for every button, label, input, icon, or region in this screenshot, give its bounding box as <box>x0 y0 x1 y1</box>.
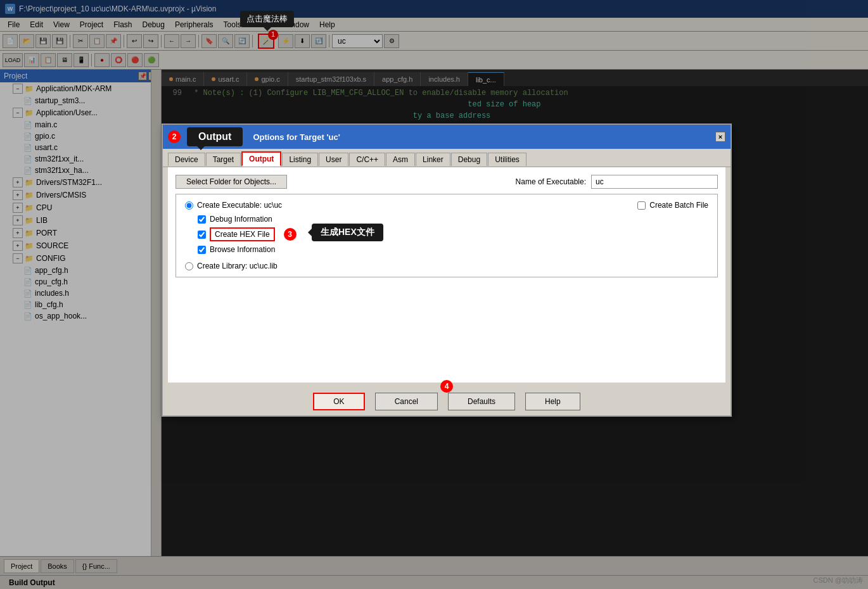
dialog-top-row: Select Folder for Objects... Name of Exe… <box>176 175 718 189</box>
dialog-tab-output[interactable]: Output <box>241 151 281 167</box>
dialog-close-btn[interactable]: × <box>715 132 725 142</box>
dialog-tab-cpp[interactable]: C/C++ <box>349 153 385 166</box>
step3-badge: 3 <box>284 228 297 241</box>
create-exec-radio[interactable] <box>185 201 193 210</box>
output-tooltip: Output <box>187 127 243 146</box>
create-hex-text: Create HEX File <box>215 230 270 239</box>
dialog-tab-linker[interactable]: Linker <box>416 153 450 166</box>
dialog-footer: 4 OK Cancel Defaults Help <box>163 388 731 415</box>
dialog-tab-asm[interactable]: Asm <box>386 153 415 166</box>
ok-button[interactable]: OK <box>313 393 364 410</box>
options-dialog: 2 Output Options for Target 'uc' × Devic… <box>162 124 732 417</box>
debug-info-row: Debug Information <box>185 215 708 224</box>
create-hex-label: Create HEX File <box>210 227 275 241</box>
dialog-tab-device[interactable]: Device <box>168 153 205 166</box>
dialog-content-area: Select Folder for Objects... Name of Exe… <box>168 167 725 383</box>
create-batch-checkbox[interactable] <box>637 201 646 210</box>
hex-tooltip: 生成HEX文件 <box>312 224 383 241</box>
create-exec-row: Create Executable: uc\uc Create Batch Fi… <box>185 201 708 210</box>
create-exec-label: Create Executable: uc\uc <box>197 201 282 210</box>
defaults-button[interactable]: Defaults <box>448 393 515 410</box>
hex-tooltip-text: 生成HEX文件 <box>321 227 374 237</box>
browse-info-checkbox[interactable] <box>198 246 206 254</box>
output-tooltip-container: Output <box>184 127 243 146</box>
dialog-tab-utilities[interactable]: Utilities <box>488 153 527 166</box>
output-group-box: Create Executable: uc\uc Create Batch Fi… <box>176 194 718 277</box>
output-tooltip-text: Output <box>198 131 231 142</box>
hex-tooltip-arrow <box>308 229 312 236</box>
create-lib-row: Create Library: uc\uc.lib <box>185 262 708 270</box>
create-hex-checkbox[interactable] <box>198 231 206 239</box>
debug-info-label: Debug Information <box>210 215 272 224</box>
magic-wand-tooltip: 点击魔法棒 <box>240 11 294 27</box>
dialog-tab-debug[interactable]: Debug <box>451 153 487 166</box>
step2-circle: 2 <box>168 130 181 143</box>
dialog-title-text: Options for Target 'uc' <box>253 132 340 142</box>
browse-info-label: Browse Information <box>210 245 275 254</box>
dialog-tab-target[interactable]: Target <box>206 153 241 166</box>
create-hex-row: Create HEX File 3 生成HEX文件 <box>185 227 708 241</box>
dialog-tab-listing[interactable]: Listing <box>282 153 318 166</box>
select-folder-btn[interactable]: Select Folder for Objects... <box>176 175 287 189</box>
browse-info-row: Browse Information <box>185 245 708 254</box>
create-lib-label: Create Library: uc\uc.lib <box>197 262 278 270</box>
dialog-title-bar: 2 Output Options for Target 'uc' × <box>163 125 731 149</box>
name-of-exec-input[interactable] <box>591 175 718 189</box>
name-of-exec-label: Name of Executable: <box>516 177 586 186</box>
debug-info-checkbox[interactable] <box>198 215 206 224</box>
dialog-title-content: 2 Output Options for Target 'uc' <box>168 127 340 146</box>
modal-overlay: 2 Output Options for Target 'uc' × Devic… <box>0 0 868 589</box>
dialog-tab-row: Device Target Output Listing User C/C++ … <box>163 149 731 167</box>
help-button[interactable]: Help <box>525 393 580 410</box>
create-batch-label: Create Batch File <box>649 201 708 210</box>
step4-badge: 4 <box>440 380 453 393</box>
create-lib-radio[interactable] <box>185 262 193 270</box>
tooltip-arrow <box>197 146 205 150</box>
cancel-button[interactable]: Cancel <box>375 393 438 410</box>
dialog-tab-user[interactable]: User <box>319 153 348 166</box>
